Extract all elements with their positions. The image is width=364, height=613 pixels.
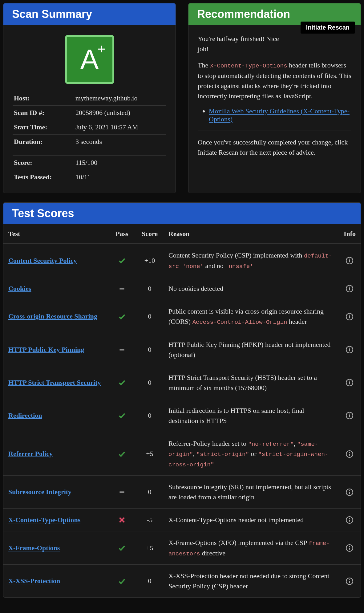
reason-cell: X-Content-Type-Options header not implem…	[164, 509, 339, 531]
info-cell[interactable]	[339, 509, 361, 531]
test-link[interactable]: Redirection	[8, 412, 42, 419]
info-icon[interactable]	[346, 313, 354, 321]
reason-cell: Subresource Integrity (SRI) not implemen…	[164, 476, 339, 509]
summary-value: July 6, 2021 10:57 AM	[74, 120, 166, 135]
info-cell[interactable]	[339, 432, 361, 476]
info-cell[interactable]	[339, 277, 361, 300]
reason-cell: HTTP Strict Transport Security (HSTS) he…	[164, 366, 339, 399]
info-icon[interactable]	[346, 257, 354, 265]
summary-label: Start Time:	[13, 120, 74, 135]
info-icon[interactable]	[346, 412, 354, 420]
grade-suffix: +	[98, 42, 106, 56]
svg-point-30	[349, 518, 350, 519]
check-icon	[118, 577, 126, 585]
info-cell[interactable]	[339, 300, 361, 333]
table-row: Cross-origin Resource Sharing0Public con…	[3, 300, 361, 333]
test-link[interactable]: Referrer Policy	[8, 450, 53, 457]
summary-row: Scan ID #:20058906 (unlisted)	[13, 106, 166, 120]
info-cell[interactable]	[339, 399, 361, 432]
dash-icon	[118, 285, 126, 293]
recommendation-intro: You're halfway finished! Nice job!	[198, 34, 284, 54]
reason-cell: Content Security Policy (CSP) implemente…	[164, 244, 339, 277]
info-cell[interactable]	[339, 476, 361, 509]
svg-point-21	[349, 452, 350, 453]
info-icon[interactable]	[346, 516, 354, 524]
dash-icon	[118, 346, 126, 354]
reason-cell: X-XSS-Protection header not needed due t…	[164, 565, 339, 598]
reason-cell: Referrer-Policy header set to "no-referr…	[164, 432, 339, 476]
score-cell: 0	[136, 300, 164, 333]
summary-row: Host:mythemeway.github.io	[13, 91, 166, 106]
summary-value: 3 seconds	[74, 135, 166, 149]
summary-label: Duration:	[13, 135, 74, 149]
pass-cell	[108, 509, 136, 531]
table-row: X-XSS-Protection0X-XSS-Protection header…	[3, 565, 361, 598]
table-row: Referrer Policy+5Referrer-Policy header …	[3, 432, 361, 476]
test-link[interactable]: HTTP Public Key Pinning	[8, 346, 84, 353]
check-icon	[118, 379, 126, 387]
svg-point-36	[349, 579, 350, 580]
test-link[interactable]: Content Security Policy	[8, 257, 77, 264]
test-link[interactable]: X-Content-Type-Options	[8, 516, 80, 524]
check-icon	[118, 313, 126, 321]
svg-point-33	[349, 546, 350, 547]
test-link[interactable]: Subresource Integrity	[8, 488, 71, 496]
info-cell[interactable]	[339, 531, 361, 565]
summary-value: 10/11	[74, 170, 166, 185]
score-cell: 0	[136, 277, 164, 300]
test-link[interactable]: Cross-origin Resource Sharing	[8, 312, 97, 320]
svg-point-5	[349, 287, 350, 288]
summary-row: Score:115/100	[13, 156, 166, 170]
info-icon[interactable]	[346, 285, 354, 293]
score-cell: +5	[136, 531, 164, 565]
summary-label: Scan ID #:	[13, 106, 74, 120]
recommendation-title: Recommendation Initiate Rescan	[188, 3, 361, 25]
recommendation-outro: Once you've successfully completed your …	[198, 137, 351, 157]
test-link[interactable]: Cookies	[8, 285, 31, 292]
mozilla-guidelines-link[interactable]: Mozilla Web Security Guidelines (X-Conte…	[209, 107, 350, 123]
info-cell[interactable]	[339, 565, 361, 598]
pass-cell	[108, 399, 136, 432]
test-link[interactable]: X-Frame-Options	[8, 544, 60, 552]
info-icon[interactable]	[346, 544, 354, 552]
scan-summary-title: Scan Summary	[3, 3, 176, 25]
summary-row: Start Time:July 6, 2021 10:57 AM	[13, 120, 166, 135]
svg-point-8	[349, 315, 350, 316]
scan-summary-panel: Scan Summary A+ Host:mythemeway.github.i…	[3, 3, 176, 193]
info-cell[interactable]	[339, 244, 361, 277]
col-reason: Reason	[164, 224, 339, 244]
reason-cell: Public content is visible via cross-orig…	[164, 300, 339, 333]
info-icon[interactable]	[346, 450, 354, 458]
svg-point-12	[349, 348, 350, 349]
test-scores-panel: Test Scores Test Pass Score Reason Info …	[3, 202, 361, 598]
pass-cell	[108, 366, 136, 399]
info-icon[interactable]	[346, 488, 354, 496]
score-cell: -5	[136, 509, 164, 531]
svg-point-1	[349, 259, 350, 260]
check-icon	[118, 412, 126, 420]
initiate-rescan-button[interactable]: Initiate Rescan	[301, 22, 355, 34]
pass-cell	[108, 333, 136, 366]
pass-cell	[108, 531, 136, 565]
test-scores-table: Test Pass Score Reason Info Content Secu…	[3, 224, 361, 597]
table-row: X-Content-Type-Options-5X-Content-Type-O…	[3, 509, 361, 531]
table-row: Cookies0No cookies detected	[3, 277, 361, 300]
test-link[interactable]: HTTP Strict Transport Security	[8, 379, 101, 386]
score-cell: 0	[136, 333, 164, 366]
info-icon[interactable]	[346, 346, 354, 354]
reason-cell: No cookies detected	[164, 277, 339, 300]
info-cell[interactable]	[339, 366, 361, 399]
svg-point-15	[349, 381, 350, 382]
reason-cell: HTTP Public Key Pinning (HPKP) header no…	[164, 333, 339, 366]
check-icon	[118, 544, 126, 552]
col-pass: Pass	[108, 224, 136, 244]
info-icon[interactable]	[346, 379, 354, 387]
summary-value: 115/100	[74, 156, 166, 170]
score-cell: +5	[136, 432, 164, 476]
test-link[interactable]: X-XSS-Protection	[8, 577, 60, 585]
info-icon[interactable]	[346, 577, 354, 585]
info-cell[interactable]	[339, 333, 361, 366]
summary-value: 20058906 (unlisted)	[74, 106, 166, 120]
check-icon	[118, 257, 126, 265]
col-score: Score	[136, 224, 164, 244]
